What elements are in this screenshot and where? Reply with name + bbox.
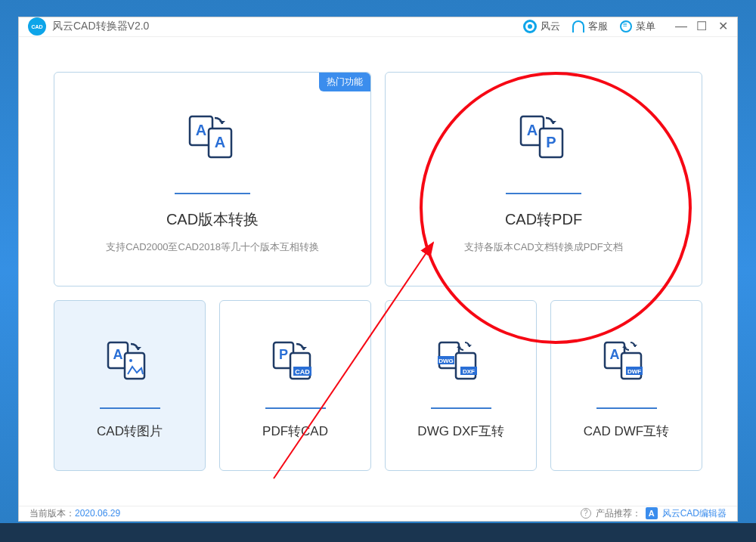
svg-marker-34 xyxy=(633,345,637,347)
cad-dwf-icon: A DWF xyxy=(597,330,656,398)
headset-icon xyxy=(572,20,584,33)
cad-pdf-desc: 支持各版本CAD文档转换成PDF文档 xyxy=(464,240,622,254)
svg-text:DWG: DWG xyxy=(438,358,454,364)
pdf-cad-icon: P CAD xyxy=(266,330,325,398)
svg-text:P: P xyxy=(278,347,287,362)
svg-point-13 xyxy=(129,359,132,362)
version-value: 2020.06.29 xyxy=(75,508,120,519)
divider xyxy=(100,407,160,409)
cad-version-desc: 支持CAD2000至CAD2018等几十个版本互相转换 xyxy=(106,240,319,254)
card-cad-pdf[interactable]: A P CAD转PDF 支持各版本CAD文档转换成PDF文档 xyxy=(385,72,702,286)
divider xyxy=(596,407,657,409)
card-dwg-dxf[interactable]: DWG DXF DWG DXF互转 xyxy=(385,300,537,471)
svg-text:A: A xyxy=(527,122,538,138)
app-window: 风云CAD转换器V2.0 风云 客服 菜单 — ☐ ✕ 热门功能 xyxy=(18,17,738,522)
svg-marker-4 xyxy=(219,121,225,124)
cad-pdf-title: CAD转PDF xyxy=(505,209,582,230)
version-label: 当前版本： xyxy=(29,507,75,520)
cad-image-icon: A xyxy=(101,330,160,398)
svg-rect-12 xyxy=(125,353,144,379)
menu-icon xyxy=(620,20,632,33)
cad-version-title: CAD版本转换 xyxy=(166,209,259,230)
maximize-button[interactable]: ☐ xyxy=(696,21,707,32)
divider xyxy=(431,407,491,409)
divider xyxy=(265,407,326,409)
card-cad-image[interactable]: A CAD转图片 xyxy=(54,300,206,471)
svg-text:CAD: CAD xyxy=(295,368,310,376)
minimize-button[interactable]: — xyxy=(675,21,686,32)
card-cad-dwf[interactable]: A DWF CAD DWF互转 xyxy=(550,300,702,471)
desktop-taskbar xyxy=(0,523,756,542)
hot-badge: 热门功能 xyxy=(319,73,370,91)
footer: 当前版本： 2020.06.29 ? 产品推荐： A 风云CAD编辑器 xyxy=(19,506,737,521)
svg-marker-9 xyxy=(550,121,556,124)
close-button[interactable]: ✕ xyxy=(717,21,728,32)
card-pdf-cad[interactable]: P CAD PDF转CAD xyxy=(219,300,371,471)
support-label: 客服 xyxy=(588,20,608,33)
promo-badge-icon: A xyxy=(646,507,658,519)
svg-text:A: A xyxy=(215,134,225,150)
help-icon[interactable]: ? xyxy=(581,508,591,519)
brand-button[interactable]: 风云 xyxy=(523,20,560,33)
brand-label: 风云 xyxy=(541,20,560,33)
svg-text:A: A xyxy=(196,122,206,138)
app-title: 风云CAD转换器V2.0 xyxy=(52,20,149,33)
promo-label: 产品推荐： xyxy=(596,507,641,520)
support-button[interactable]: 客服 xyxy=(572,20,608,33)
svg-marker-20 xyxy=(301,347,307,350)
svg-marker-14 xyxy=(135,347,141,350)
cad-pdf-icon: A P xyxy=(510,104,578,179)
dwg-dxf-icon: DWG DXF xyxy=(432,330,491,398)
divider xyxy=(506,193,581,194)
svg-text:A: A xyxy=(609,347,619,362)
divider xyxy=(175,193,250,194)
dwg-dxf-title: DWG DXF互转 xyxy=(417,423,503,440)
svg-text:A: A xyxy=(113,347,122,362)
svg-text:DWF: DWF xyxy=(627,368,640,375)
svg-text:P: P xyxy=(546,134,556,150)
pdf-cad-title: PDF转CAD xyxy=(262,423,328,440)
promo-product[interactable]: 风云CAD编辑器 xyxy=(662,507,727,520)
brand-ring-icon xyxy=(523,20,537,33)
svg-text:DXF: DXF xyxy=(463,368,475,375)
card-cad-version[interactable]: 热门功能 A A CAD版本转换 支持CAD2000至CAD2018等几十个版本… xyxy=(54,72,371,286)
svg-marker-27 xyxy=(467,345,472,347)
menu-label: 菜单 xyxy=(636,20,655,33)
menu-button[interactable]: 菜单 xyxy=(620,20,655,33)
cad-image-title: CAD转图片 xyxy=(97,423,163,440)
cad-dwf-title: CAD DWF互转 xyxy=(584,423,669,440)
app-logo-icon xyxy=(28,17,46,36)
titlebar: 风云CAD转换器V2.0 风云 客服 菜单 — ☐ ✕ xyxy=(19,17,737,37)
cad-version-icon: A A xyxy=(178,104,246,179)
content-area: 热门功能 A A CAD版本转换 支持CAD2000至CAD2018等几十个版本… xyxy=(19,37,737,506)
